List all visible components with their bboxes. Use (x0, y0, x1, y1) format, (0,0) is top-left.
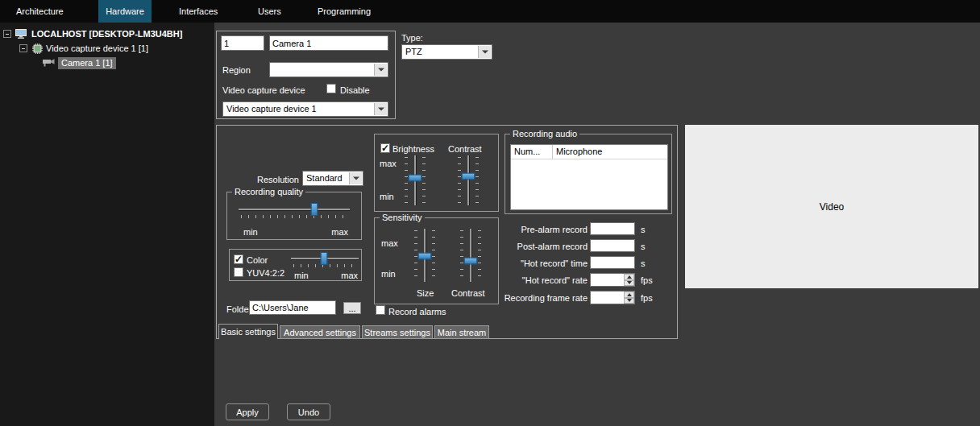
recording-audio-group: Recording audio Num... Microphone (505, 134, 672, 214)
tab-interfaces[interactable]: Interfaces (172, 0, 224, 23)
resolution-label: Resolution (252, 174, 299, 185)
hot-record-rate-input[interactable] (591, 274, 623, 286)
region-label: Region (222, 64, 251, 76)
camera-name-input[interactable] (269, 35, 388, 51)
undo-button[interactable]: Undo (287, 403, 330, 420)
min-label: min (294, 270, 309, 281)
color-label: Color (247, 254, 268, 266)
slider-thumb[interactable] (464, 257, 478, 264)
sensitivity-size-slider[interactable] (414, 229, 435, 282)
slider-ticks (422, 157, 426, 204)
camera-identity-panel: Region Video capture device Disable Vide… (216, 31, 396, 119)
list-header: Num... Microphone (511, 145, 667, 159)
unit-label: fps (641, 275, 653, 286)
record-alarms-checkbox[interactable] (376, 305, 385, 315)
post-alarm-record-label: Post-alarm record (500, 241, 588, 252)
tree-row-localhost[interactable]: LOCALHOST [DESKTOP-LM3U4BH] (0, 27, 214, 41)
hot-record-rate-spinner[interactable] (590, 273, 635, 287)
pre-alarm-record-label: Pre-alarm record (500, 224, 588, 235)
type-label: Type: (401, 32, 423, 43)
capture-device-select[interactable]: Video capture device 1 (222, 101, 388, 117)
tree-row-camera[interactable]: Camera 1 [1] (0, 56, 214, 70)
spin-down-icon[interactable] (624, 280, 634, 287)
tab-hardware[interactable]: Hardware (98, 0, 152, 23)
tab-architecture[interactable]: Architecture (10, 0, 70, 23)
video-preview-label: Video (820, 201, 844, 213)
unit-label: s (641, 224, 646, 235)
slider-ticks (405, 157, 408, 204)
capture-device-select-value: Video capture device 1 (226, 104, 317, 114)
color-checkbox[interactable] (234, 254, 243, 264)
recording-frame-rate-spinner[interactable] (590, 291, 635, 304)
disable-checkbox[interactable] (326, 84, 336, 93)
chevron-down-icon (478, 46, 491, 58)
resolution-select-value: Standard (306, 173, 343, 183)
collapse-toggle-icon[interactable] (3, 30, 11, 38)
slider-ticks (475, 157, 479, 204)
tree-row-capture-device[interactable]: Video capture device 1 [1] (0, 42, 214, 56)
post-alarm-record-input[interactable] (590, 239, 635, 252)
hot-record-time-input[interactable] (590, 256, 635, 269)
tab-streams-settings[interactable]: Streams settings (362, 325, 433, 339)
brightness-contrast-group: Brightness Contrast max min (374, 134, 499, 212)
region-select[interactable] (269, 62, 388, 77)
slider-ticks (460, 230, 463, 280)
tab-basic-settings[interactable]: Basic settings (218, 324, 278, 339)
slider-track (239, 209, 350, 210)
yuv-checkbox[interactable] (234, 267, 243, 277)
type-select-value: PTZ (405, 47, 422, 56)
column-header-num[interactable]: Num... (511, 145, 553, 159)
folder-input[interactable] (249, 300, 336, 315)
pre-alarm-record-input[interactable] (590, 222, 635, 235)
recording-quality-title: Recording quality (232, 187, 305, 196)
tree-item-label[interactable]: LOCALHOST [DESKTOP-LM3U4BH] (31, 28, 182, 40)
tab-users[interactable]: Users (251, 0, 288, 23)
slider-thumb[interactable] (310, 203, 318, 216)
brightness-checkbox[interactable] (380, 143, 390, 153)
recording-quality-slider[interactable] (239, 202, 350, 221)
apply-button[interactable]: Apply (226, 403, 269, 420)
slider-track (467, 155, 469, 205)
top-tab-bar: Architecture Hardware Interfaces Users P… (0, 0, 980, 23)
color-group: Color YUV4:2:2 min max (229, 249, 362, 281)
color-slider[interactable] (291, 251, 359, 271)
recording-frame-rate-input[interactable] (591, 292, 623, 304)
chevron-down-icon (349, 172, 362, 184)
max-label: max (341, 270, 358, 281)
hot-record-rate-label: "Hot record" rate (500, 275, 588, 286)
tree-item-label[interactable]: Camera 1 [1] (58, 57, 116, 69)
slider-thumb[interactable] (418, 253, 432, 260)
slider-track (470, 229, 471, 282)
spin-up-icon[interactable] (624, 292, 634, 298)
camera-id-input[interactable] (221, 35, 264, 51)
brightness-label: Brightness (392, 143, 434, 155)
resolution-select[interactable]: Standard (302, 171, 363, 186)
collapse-toggle-icon[interactable] (19, 44, 27, 52)
tree-item-label[interactable]: Video capture device 1 [1] (46, 43, 148, 55)
column-header-microphone[interactable]: Microphone (553, 145, 667, 159)
tab-programming[interactable]: Programming (311, 0, 377, 23)
slider-ticks (432, 230, 435, 280)
type-select[interactable]: PTZ (401, 44, 492, 60)
contrast-label: Contrast (451, 287, 485, 299)
slider-ticks (458, 157, 461, 204)
slider-thumb[interactable] (462, 173, 475, 180)
chevron-down-icon (374, 64, 387, 76)
brightness-slider[interactable] (405, 155, 426, 205)
slider-thumb[interactable] (409, 174, 422, 181)
max-label: max (381, 238, 398, 249)
disable-label: Disable (340, 85, 370, 96)
spinner-buttons (624, 292, 634, 304)
tab-main-stream[interactable]: Main stream (434, 325, 489, 339)
size-label: Size (417, 287, 434, 299)
tab-advanced-settings[interactable]: Advanced settings (280, 325, 360, 339)
contrast-slider[interactable] (458, 155, 479, 205)
slider-thumb[interactable] (321, 252, 328, 265)
folder-browse-button[interactable]: ... (343, 302, 361, 314)
spin-up-icon[interactable] (624, 274, 634, 280)
record-alarms-label: Record alarms (388, 306, 446, 317)
sensitivity-contrast-slider[interactable] (460, 229, 481, 282)
recording-audio-list[interactable]: Num... Microphone (510, 144, 668, 210)
slider-ticks (478, 230, 481, 280)
spin-down-icon[interactable] (624, 298, 634, 304)
